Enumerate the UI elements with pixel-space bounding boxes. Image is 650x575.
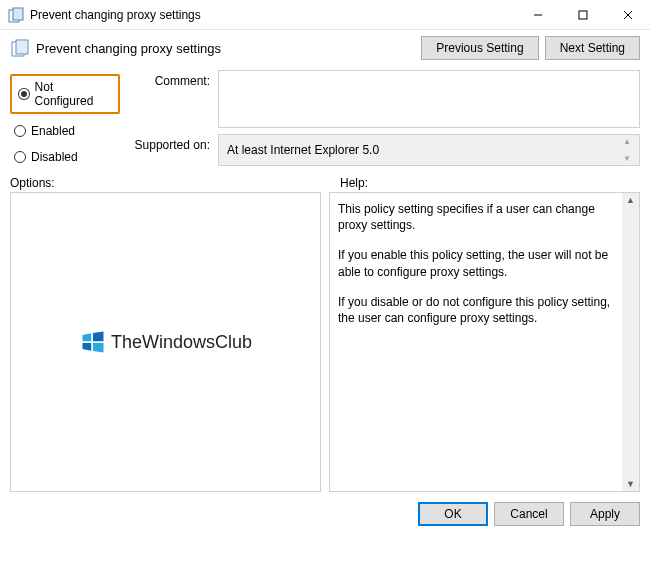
header-title: Prevent changing proxy settings <box>36 41 421 56</box>
help-pane: This policy setting specifies if a user … <box>329 192 640 492</box>
scroll-down-icon: ▼ <box>626 479 635 489</box>
windows-logo-icon <box>79 328 107 356</box>
window-controls <box>515 0 650 30</box>
supported-on-box: At least Internet Explorer 5.0 ▲▼ <box>218 134 640 166</box>
radio-disabled[interactable]: Disabled <box>10 148 120 166</box>
previous-setting-button[interactable]: Previous Setting <box>421 36 538 60</box>
svg-marker-9 <box>93 332 104 342</box>
radio-dot-icon <box>18 88 30 100</box>
watermark-text: TheWindowsClub <box>111 332 252 353</box>
minimize-button[interactable] <box>515 0 560 30</box>
next-setting-button[interactable]: Next Setting <box>545 36 640 60</box>
window-title: Prevent changing proxy settings <box>30 8 515 22</box>
policy-icon <box>10 38 30 58</box>
radio-circle-icon <box>14 125 26 137</box>
dialog-footer: OK Cancel Apply <box>0 492 650 536</box>
app-icon <box>8 7 24 23</box>
help-scrollbar[interactable]: ▲▼ <box>622 193 639 491</box>
close-button[interactable] <box>605 0 650 30</box>
scroll-up-icon: ▲ <box>626 195 635 205</box>
svg-rect-1 <box>13 8 23 20</box>
svg-rect-7 <box>16 40 28 54</box>
help-paragraph: If you disable or do not configure this … <box>338 294 631 326</box>
cancel-button[interactable]: Cancel <box>494 502 564 526</box>
radio-label: Not Configured <box>35 80 112 108</box>
radio-enabled[interactable]: Enabled <box>10 122 120 140</box>
help-paragraph: This policy setting specifies if a user … <box>338 201 631 233</box>
svg-rect-3 <box>579 11 587 19</box>
svg-marker-10 <box>82 343 91 351</box>
config-area: Not Configured Enabled Disabled Comment:… <box>0 70 650 172</box>
header-row: Prevent changing proxy settings Previous… <box>0 30 650 70</box>
ok-button[interactable]: OK <box>418 502 488 526</box>
svg-marker-8 <box>82 333 91 341</box>
title-bar: Prevent changing proxy settings <box>0 0 650 30</box>
help-paragraph: If you enable this policy setting, the u… <box>338 247 631 279</box>
svg-marker-11 <box>93 343 104 353</box>
comment-textarea[interactable] <box>218 70 640 128</box>
radio-label: Disabled <box>31 150 78 164</box>
comment-label: Comment: <box>130 70 210 88</box>
radio-group: Not Configured Enabled Disabled <box>10 70 120 166</box>
panes: TheWindowsClub This policy setting speci… <box>0 192 650 492</box>
watermark: TheWindowsClub <box>79 328 252 356</box>
radio-label: Enabled <box>31 124 75 138</box>
options-pane: TheWindowsClub <box>10 192 321 492</box>
help-label: Help: <box>340 176 368 190</box>
apply-button[interactable]: Apply <box>570 502 640 526</box>
section-labels: Options: Help: <box>0 172 650 192</box>
scroll-arrows-icon: ▲▼ <box>623 137 637 163</box>
radio-not-configured[interactable]: Not Configured <box>10 74 120 114</box>
supported-on-value: At least Internet Explorer 5.0 <box>227 143 379 157</box>
maximize-button[interactable] <box>560 0 605 30</box>
supported-on-label: Supported on: <box>130 134 210 152</box>
options-label: Options: <box>10 176 340 190</box>
radio-circle-icon <box>14 151 26 163</box>
